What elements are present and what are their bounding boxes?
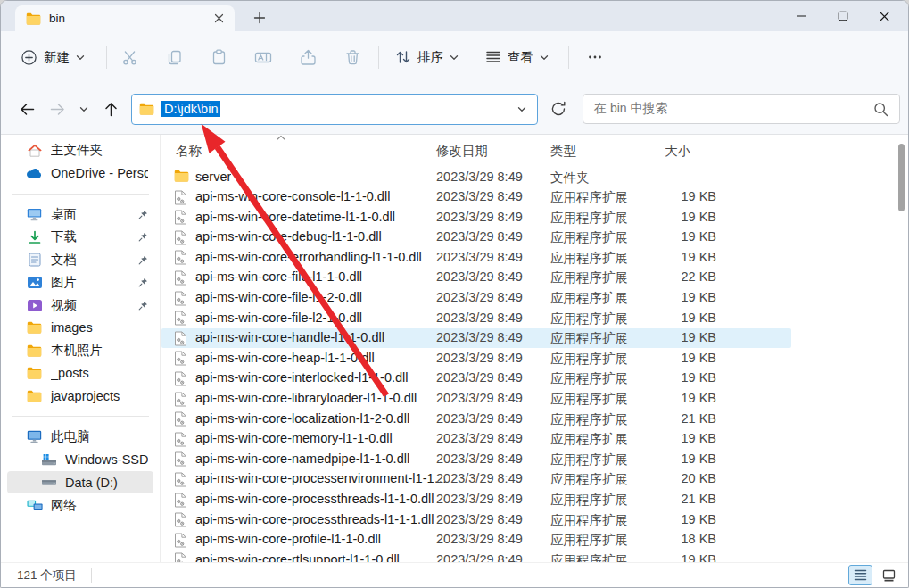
sidebar-item-label: Windows-SSD (C:) (65, 452, 148, 467)
search-input[interactable]: 在 bin 中搜索 (583, 94, 900, 124)
file-row[interactable]: api-ms-win-core-file-l2-1-0.dll2023/3/29… (161, 308, 791, 328)
sidebar-item-desktop[interactable]: 桌面 (7, 203, 153, 226)
sidebar-item-label: 网络 (51, 497, 148, 514)
sort-button[interactable]: 排序 (395, 49, 459, 66)
file-size: 19 KB (643, 330, 716, 344)
file-row[interactable]: api-ms-win-core-interlocked-l1-1-0.dll20… (161, 369, 791, 389)
dll-file-icon (174, 533, 187, 548)
file-row[interactable]: api-ms-win-core-file-l1-1-0.dll2023/3/29… (161, 268, 791, 288)
view-button[interactable]: 查看 (485, 49, 549, 66)
new-button[interactable]: 新建 (21, 49, 85, 66)
sidebar-item-home[interactable]: 主文件夹 (7, 139, 153, 161)
file-type: 应用程序扩展 (550, 471, 628, 488)
video-icon (26, 300, 43, 311)
sidebar-item-drive-d[interactable]: Data (D:) (7, 471, 153, 493)
sidebar-item-pictures[interactable]: 图片 (7, 271, 153, 294)
file-row[interactable]: api-ms-win-core-processthreads-l1-1-0.dl… (161, 490, 791, 510)
minimize-button[interactable] (781, 1, 822, 31)
column-header-size[interactable]: 大小 (665, 143, 690, 160)
sidebar-item-this-pc[interactable]: 此电脑 (7, 426, 153, 448)
file-row[interactable]: api-ms-win-core-memory-l1-1-0.dll2023/3/… (161, 429, 791, 450)
close-button[interactable] (864, 1, 905, 31)
details-view-button[interactable] (848, 565, 872, 585)
forward-button[interactable] (42, 95, 72, 123)
sidebar-item-network[interactable]: 网络 (7, 493, 153, 516)
file-row[interactable]: api-ms-win-core-debug-l1-1-0.dll2023/3/2… (161, 228, 791, 248)
refresh-icon (550, 101, 566, 117)
sidebar-item-local-photos[interactable]: 本机照片 (7, 339, 153, 361)
chevron-down-icon (540, 54, 549, 61)
network-icon (26, 500, 43, 511)
file-type: 应用程序扩展 (550, 370, 628, 387)
share-button[interactable] (285, 41, 330, 73)
file-date: 2023/3/29 8:49 (436, 370, 523, 385)
recent-locations-button[interactable] (72, 95, 95, 123)
file-row[interactable]: api-ms-win-core-handle-l1-1-0.dll2023/3/… (161, 328, 791, 349)
file-row[interactable]: api-ms-win-core-namedpipe-l1-1-0.dll2023… (161, 449, 791, 469)
new-tab-button[interactable] (250, 8, 269, 28)
address-bar[interactable]: D:\jdk\bin (131, 94, 538, 125)
chrome: 新建 排序 查看 (1, 31, 908, 135)
delete-button[interactable] (330, 41, 375, 73)
back-button[interactable] (12, 95, 42, 123)
rename-button[interactable] (241, 41, 285, 73)
file-row[interactable]: api-ms-win-core-processthreads-l1-1-1.dl… (161, 509, 791, 530)
file-row[interactable]: api-ms-win-core-file-l1-2-0.dll2023/3/29… (161, 288, 791, 309)
sidebar-item-label: 本机照片 (51, 342, 148, 359)
more-button[interactable] (573, 41, 617, 73)
maximize-button[interactable] (822, 1, 864, 31)
file-explorer-window: bin 新建 排序 (0, 0, 909, 588)
file-row[interactable]: api-ms-win-core-profile-l1-1-0.dll2023/3… (161, 530, 791, 551)
file-type: 应用程序扩展 (550, 210, 628, 227)
address-dropdown-chevron[interactable] (517, 106, 526, 112)
sidebar-item-downloads[interactable]: 下载 (7, 226, 153, 248)
file-date: 2023/3/29 8:49 (436, 290, 523, 304)
file-type: 文件夹 (550, 170, 590, 186)
refresh-button[interactable] (542, 95, 574, 123)
file-size: 19 KB (643, 229, 716, 244)
file-row[interactable]: api-ms-win-core-libraryloader-l1-1-0.dll… (161, 389, 791, 410)
file-size: 19 KB (643, 431, 716, 445)
tab-close-button[interactable] (210, 10, 227, 28)
file-size: 19 KB (643, 351, 716, 365)
file-name: api-ms-win-core-errorhandling-l1-1-0.dll (195, 250, 422, 264)
column-header-date[interactable]: 修改日期 (436, 143, 488, 160)
pin-icon (138, 232, 148, 242)
file-size: 20 KB (643, 471, 716, 485)
file-row[interactable]: api-ms-win-core-rtlsupport-l1-1-0.dll202… (161, 550, 791, 562)
column-header-type[interactable]: 类型 (550, 143, 576, 160)
file-date: 2023/3/29 8:49 (436, 170, 523, 184)
sidebar-item-videos[interactable]: 视频 (7, 294, 153, 316)
paste-button[interactable] (196, 41, 241, 73)
file-name: api-ms-win-core-namedpipe-l1-1-0.dll (195, 451, 409, 466)
file-name: api-ms-win-core-profile-l1-1-0.dll (195, 532, 381, 546)
scrollbar-thumb[interactable] (898, 144, 905, 211)
file-name: api-ms-win-core-processthreads-l1-1-0.dl… (195, 492, 434, 506)
file-row[interactable]: api-ms-win-core-console-l1-1-0.dll2023/3… (161, 187, 791, 208)
sidebar-item-javaprojects[interactable]: javaprojects (7, 385, 153, 407)
file-row[interactable]: api-ms-win-core-datetime-l1-1-0.dll2023/… (161, 207, 791, 228)
file-row[interactable]: api-ms-win-core-heap-l1-1-0.dll2023/3/29… (161, 348, 791, 369)
cut-button[interactable] (107, 41, 152, 73)
file-row[interactable]: api-ms-win-core-processenvironment-l1-1-… (161, 469, 791, 490)
chevron-down-icon (450, 54, 459, 61)
file-row[interactable]: api-ms-win-core-localization-l1-2-0.dll2… (161, 409, 791, 429)
sidebar-item-posts[interactable]: _posts (7, 362, 153, 385)
sidebar-item-drive-c[interactable]: Windows-SSD (C:) (7, 449, 153, 471)
large-icons-view-button[interactable] (877, 565, 901, 585)
column-header-name[interactable]: 名称 (176, 143, 202, 160)
sidebar-item-documents[interactable]: 文档 (7, 249, 153, 271)
file-row[interactable]: api-ms-win-core-errorhandling-l1-1-0.dll… (161, 247, 791, 268)
dll-file-icon (174, 451, 187, 467)
file-row[interactable]: server2023/3/29 8:49文件夹 (161, 167, 791, 187)
file-date: 2023/3/29 8:49 (436, 391, 523, 405)
plus-icon (253, 12, 266, 24)
sidebar-item-images[interactable]: images (7, 317, 153, 339)
file-name: api-ms-win-core-heap-l1-1-0.dll (195, 351, 375, 365)
file-date: 2023/3/29 8:49 (436, 411, 523, 426)
file-name: api-ms-win-core-datetime-l1-1-0.dll (195, 210, 395, 224)
copy-button[interactable] (152, 41, 196, 73)
up-button[interactable] (95, 95, 126, 123)
tab-bin[interactable]: bin (15, 5, 235, 31)
sidebar-item-onedrive[interactable]: OneDrive - Personal (7, 161, 153, 184)
